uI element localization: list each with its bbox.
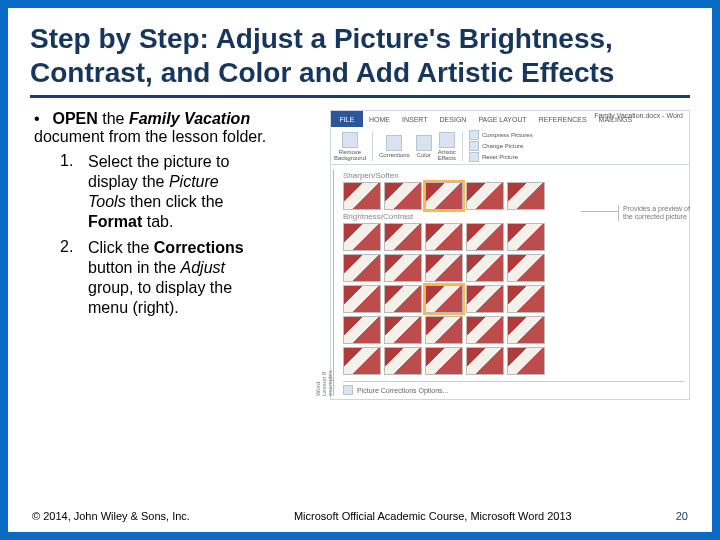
remove-background-button[interactable]: Remove Background bbox=[334, 132, 366, 161]
remove-bg-label: Remove Background bbox=[334, 149, 366, 161]
options-label: Picture Corrections Options... bbox=[357, 387, 448, 394]
page-number: 20 bbox=[676, 510, 688, 522]
color-label: Color bbox=[417, 152, 431, 158]
corrections-label: Corrections bbox=[379, 152, 410, 158]
s2e: group, to display the menu (right). bbox=[88, 279, 232, 316]
vertical-label: Word Lesson 8 examples bbox=[315, 371, 333, 397]
bc-thumb[interactable] bbox=[343, 285, 381, 313]
bc-thumb[interactable] bbox=[384, 254, 422, 282]
sharpen-thumb[interactable] bbox=[343, 182, 381, 210]
compress-label: Compress Pictures bbox=[482, 132, 533, 138]
figure-column: Family Vacation.docx - Word FILE HOME IN… bbox=[330, 110, 690, 400]
bc-thumb[interactable] bbox=[507, 347, 545, 375]
copyright: © 2014, John Wiley & Sons, Inc. bbox=[32, 510, 190, 522]
s1c: then click the bbox=[126, 193, 224, 210]
step-1-text: Select the picture to display the Pictur… bbox=[88, 152, 258, 232]
bc-thumb[interactable] bbox=[425, 254, 463, 282]
bc-thumb[interactable] bbox=[466, 347, 504, 375]
bc-thumb[interactable] bbox=[507, 285, 545, 313]
corrections-gallery: Word Lesson 8 examples Sharpen/Soften Br… bbox=[331, 165, 689, 400]
compress-icon bbox=[469, 130, 479, 140]
step-2-text: Click the Corrections button in the Adju… bbox=[88, 238, 258, 318]
bc-thumb[interactable] bbox=[384, 285, 422, 313]
options-icon bbox=[343, 385, 353, 395]
sharpen-thumb[interactable] bbox=[507, 182, 545, 210]
s1d: Format bbox=[88, 213, 142, 230]
artistic-icon bbox=[439, 132, 455, 148]
body: • OPEN the Family Vacation document from… bbox=[30, 110, 690, 400]
steps-list: 1. Select the picture to display the Pic… bbox=[60, 152, 322, 318]
s2b: Corrections bbox=[154, 239, 244, 256]
brightness-grid bbox=[343, 223, 685, 375]
picture-corrections-options[interactable]: Picture Corrections Options... bbox=[343, 381, 685, 398]
tab-home[interactable]: HOME bbox=[363, 111, 396, 127]
bc-thumb[interactable] bbox=[384, 223, 422, 251]
bc-thumb[interactable] bbox=[466, 254, 504, 282]
s2d: Adjust bbox=[181, 259, 225, 276]
step-1: 1. Select the picture to display the Pic… bbox=[60, 152, 322, 232]
reset-picture-button[interactable]: Reset Picture bbox=[469, 152, 533, 162]
change-label: Change Picture bbox=[482, 143, 523, 149]
tab-insert[interactable]: INSERT bbox=[396, 111, 434, 127]
bc-thumb[interactable] bbox=[507, 254, 545, 282]
step-2-num: 2. bbox=[60, 238, 88, 318]
separator-icon bbox=[372, 131, 373, 161]
bc-thumb[interactable] bbox=[425, 347, 463, 375]
corrections-icon bbox=[386, 135, 402, 151]
bc-thumb[interactable] bbox=[343, 316, 381, 344]
s1e: tab. bbox=[142, 213, 173, 230]
bc-thumb[interactable] bbox=[343, 347, 381, 375]
bc-thumb[interactable] bbox=[466, 285, 504, 313]
compress-pictures-button[interactable]: Compress Pictures bbox=[469, 130, 533, 140]
bc-thumb[interactable] bbox=[343, 254, 381, 282]
change-icon bbox=[469, 141, 479, 151]
s2a: Click the bbox=[88, 239, 154, 256]
open-line: • OPEN the Family Vacation document from… bbox=[34, 110, 322, 146]
bc-thumb[interactable] bbox=[507, 316, 545, 344]
tab-references[interactable]: REFERENCES bbox=[533, 111, 593, 127]
change-picture-button[interactable]: Change Picture bbox=[469, 141, 533, 151]
bc-thumb[interactable] bbox=[384, 316, 422, 344]
step-1-num: 1. bbox=[60, 152, 88, 232]
bc-thumb[interactable] bbox=[507, 223, 545, 251]
slide: Step by Step: Adjust a Picture's Brightn… bbox=[0, 0, 720, 540]
reset-icon bbox=[469, 152, 479, 162]
remove-background-icon bbox=[342, 132, 358, 148]
callout-text: Provides a preview of the corrected pict… bbox=[618, 205, 690, 220]
bc-thumb[interactable] bbox=[466, 223, 504, 251]
doc-name: Family Vacation bbox=[129, 110, 250, 127]
bc-thumb[interactable] bbox=[384, 347, 422, 375]
slide-title: Step by Step: Adjust a Picture's Brightn… bbox=[30, 22, 690, 98]
open-t2: the bbox=[98, 110, 129, 127]
color-icon bbox=[416, 135, 432, 151]
window-title: Family Vacation.docx - Word bbox=[594, 112, 683, 119]
ribbon: Remove Background Corrections Color Arti… bbox=[331, 127, 689, 165]
sharpen-thumb[interactable] bbox=[384, 182, 422, 210]
corrections-button[interactable]: Corrections bbox=[379, 135, 410, 158]
reset-label: Reset Picture bbox=[482, 154, 518, 160]
bc-thumb[interactable] bbox=[425, 316, 463, 344]
color-button[interactable]: Color bbox=[416, 135, 432, 158]
text-column: • OPEN the Family Vacation document from… bbox=[30, 110, 330, 400]
separator-icon-2 bbox=[462, 131, 463, 161]
sharpen-thumb[interactable] bbox=[466, 182, 504, 210]
tab-pagelayout[interactable]: PAGE LAYOUT bbox=[472, 111, 532, 127]
bc-thumb[interactable] bbox=[343, 223, 381, 251]
bullet-icon: • bbox=[34, 110, 48, 128]
artistic-effects-button[interactable]: Artistic Effects bbox=[438, 132, 456, 161]
step-2: 2. Click the Corrections button in the A… bbox=[60, 238, 322, 318]
bc-thumb[interactable] bbox=[425, 223, 463, 251]
artistic-label: Artistic Effects bbox=[438, 149, 456, 161]
vertical-ruler-icon: Word Lesson 8 examples bbox=[333, 169, 341, 396]
bc-thumb-selected[interactable] bbox=[425, 285, 463, 313]
bc-thumb[interactable] bbox=[466, 316, 504, 344]
open-word: OPEN bbox=[52, 110, 97, 127]
course-name: Microsoft Official Academic Course, Micr… bbox=[294, 510, 572, 522]
word-window: Family Vacation.docx - Word FILE HOME IN… bbox=[330, 110, 690, 400]
sharpen-thumb-selected[interactable] bbox=[425, 182, 463, 210]
gallery-section-sharpen: Sharpen/Soften bbox=[343, 171, 685, 180]
s2c: button in the bbox=[88, 259, 181, 276]
callout-line-icon bbox=[581, 211, 619, 212]
tab-file[interactable]: FILE bbox=[331, 111, 363, 127]
tab-design[interactable]: DESIGN bbox=[434, 111, 473, 127]
